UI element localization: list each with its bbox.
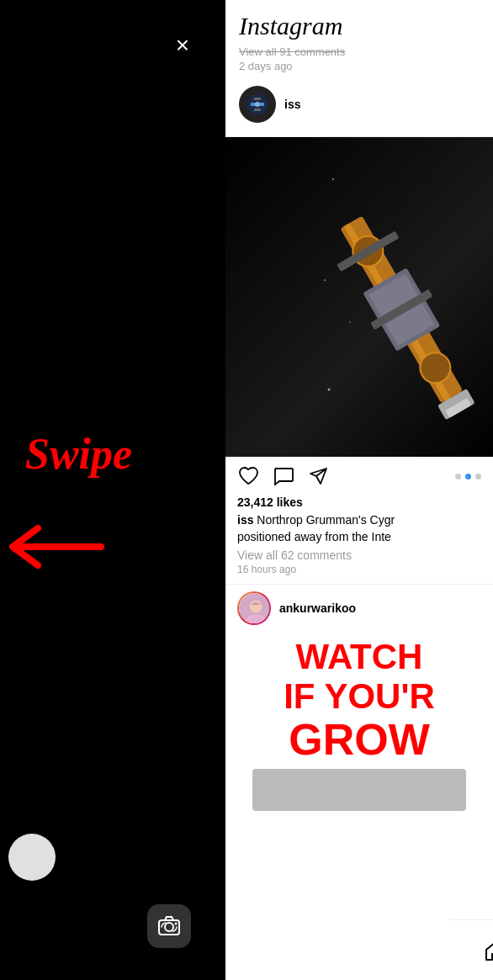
svg-rect-7 <box>254 109 261 111</box>
svg-point-8 <box>255 102 260 107</box>
close-button[interactable]: × <box>164 27 201 64</box>
arrow-icon <box>8 522 109 575</box>
prev-time: 2 days ago <box>239 60 480 72</box>
commenter-username[interactable]: ankurwarikoo <box>279 601 356 615</box>
caption-start: Northrop Grumman's Cygr <box>257 513 395 527</box>
prev-comment-label: View all 91 comments <box>239 45 480 58</box>
commenter-avatar <box>237 591 271 625</box>
bottom-nav <box>451 919 493 980</box>
post-image <box>225 137 493 457</box>
watch-line3: GROW <box>225 716 493 764</box>
commenter-row: ankurwarikoo <box>225 584 493 632</box>
thumbnail-preview <box>252 769 466 811</box>
close-icon: × <box>176 34 189 57</box>
right-panel: Instagram View all 91 comments 2 days ag… <box>225 0 493 980</box>
notification-area: Instagram View all 91 comments 2 days ag… <box>225 0 493 137</box>
caption-row: iss Northrop Grumman's Cygr positioned a… <box>225 512 493 548</box>
dot-3 <box>475 474 481 479</box>
svg-point-9 <box>332 178 334 180</box>
caption-end: positioned away from the Inte <box>237 530 391 543</box>
svg-point-13 <box>328 389 331 391</box>
swipe-label: Swipe <box>25 429 132 479</box>
watch-line2: IF YOU'R <box>225 677 493 716</box>
camera-button[interactable] <box>147 904 191 948</box>
circle-indicator <box>8 834 56 881</box>
like-button[interactable] <box>237 465 259 487</box>
notif-username: iss <box>284 98 300 111</box>
svg-point-2 <box>165 923 173 931</box>
likes-count[interactable]: 23,412 likes <box>225 495 493 512</box>
instagram-logo: Instagram <box>239 12 480 40</box>
svg-point-3 <box>175 923 178 925</box>
iss-avatar <box>239 86 276 123</box>
home-nav-button[interactable] <box>477 932 493 969</box>
dot-2 <box>465 474 471 479</box>
watch-section: WATCH IF YOU'R GROW <box>225 632 493 817</box>
notification-row: iss <box>239 81 480 128</box>
watch-line1: WATCH <box>225 638 493 676</box>
carousel-dots <box>455 474 481 479</box>
post-time: 16 hours ago <box>225 564 493 584</box>
comment-button[interactable] <box>273 465 294 487</box>
action-bar <box>225 457 493 495</box>
view-comments-link[interactable]: View all 62 comments <box>225 548 493 564</box>
share-button[interactable] <box>308 465 330 487</box>
post-username[interactable]: iss <box>237 513 253 527</box>
dot-1 <box>455 474 461 479</box>
svg-rect-6 <box>254 98 261 100</box>
svg-point-11 <box>324 279 326 281</box>
svg-point-12 <box>349 321 351 323</box>
